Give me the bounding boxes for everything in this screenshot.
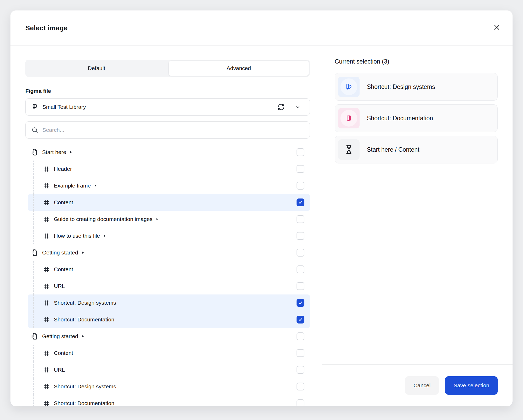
row-checkbox[interactable] — [297, 383, 304, 390]
figma-logo-icon — [31, 104, 38, 110]
tree-row-label: How to use this file — [54, 233, 100, 239]
frame-icon — [43, 216, 50, 223]
tree-row-label: Example frame — [54, 183, 91, 189]
close-button[interactable] — [492, 22, 502, 33]
row-checkbox[interactable] — [297, 232, 304, 240]
caret-right-icon[interactable] — [69, 151, 72, 154]
caret-right-icon[interactable] — [81, 251, 84, 254]
caret-right-icon[interactable] — [81, 335, 84, 338]
tree-row-label: Shortcut: Documentation — [54, 316, 114, 323]
row-checkbox[interactable] — [297, 299, 304, 307]
frame-icon — [43, 283, 50, 290]
frame-icon — [43, 183, 50, 189]
figma-page-icon — [30, 148, 38, 156]
frame-icon — [43, 383, 50, 390]
selection-card-label: Shortcut: Design systems — [367, 83, 435, 90]
frame-icon — [43, 316, 50, 323]
row-checkbox[interactable] — [297, 366, 304, 374]
chevron-down-icon — [295, 104, 301, 110]
figma-file-value: Small Test Library — [42, 104, 277, 110]
frame-icon — [43, 400, 50, 406]
tree-row-label: Shortcut: Design systems — [54, 300, 116, 306]
picker-pane: Default Advanced Figma file S — [10, 46, 322, 406]
selection-cards: Shortcut: Design systemsShortcut: Docume… — [335, 73, 498, 163]
mode-tabs: Default Advanced — [25, 60, 310, 77]
selection-card-label: Shortcut: Documentation — [367, 115, 433, 122]
tree-row-label: Content — [54, 199, 73, 206]
selection-thumbnail — [338, 139, 360, 160]
hourglass-icon — [343, 144, 354, 155]
figma-file-select[interactable]: Small Test Library — [25, 98, 310, 116]
row-checkbox[interactable] — [297, 148, 304, 156]
row-checkbox[interactable] — [297, 182, 304, 190]
close-icon — [493, 24, 501, 32]
search-input[interactable] — [42, 127, 304, 133]
selection-pane: Current selection (3) Shortcut: Design s… — [322, 46, 513, 406]
row-checkbox[interactable] — [297, 215, 304, 223]
notebook-icon — [345, 115, 353, 122]
selection-content: Current selection (3) Shortcut: Design s… — [322, 46, 513, 364]
selection-thumbnail — [338, 108, 360, 128]
tree-row[interactable]: URL — [28, 361, 310, 378]
tree-row[interactable]: Content — [28, 194, 310, 211]
tree-row[interactable]: How to use this file — [28, 228, 310, 244]
tree-row[interactable]: Getting started — [28, 244, 310, 261]
save-selection-button[interactable]: Save selection — [445, 376, 498, 395]
row-checkbox[interactable] — [297, 282, 304, 290]
tree-row-label: URL — [54, 367, 65, 373]
selection-card[interactable]: Shortcut: Documentation — [335, 104, 498, 132]
tree-row[interactable]: Example frame — [28, 177, 310, 194]
tree-row-label: Guide to creating documentation images — [54, 216, 152, 222]
tree-row[interactable]: Start here — [28, 144, 310, 161]
selection-card[interactable]: Shortcut: Design systems — [335, 73, 498, 101]
frame-icon — [43, 350, 50, 356]
row-checkbox[interactable] — [297, 332, 304, 340]
tree-row[interactable]: Shortcut: Documentation — [28, 311, 310, 328]
search-box — [25, 121, 310, 139]
frame-icon — [43, 266, 50, 273]
layer-tree: Start hereHeaderExample frameContentGuid… — [25, 144, 310, 406]
selection-card-label: Start here / Content — [367, 146, 419, 153]
figma-file-label: Figma file — [25, 88, 310, 94]
frame-icon — [43, 166, 50, 172]
frame-icon — [43, 367, 50, 373]
cancel-button[interactable]: Cancel — [405, 376, 439, 395]
row-checkbox[interactable] — [297, 316, 304, 323]
tree-row-label: Content — [54, 266, 73, 273]
tree-row[interactable]: Content — [28, 261, 310, 278]
caret-right-icon[interactable] — [103, 234, 106, 237]
tree-row[interactable]: Getting started — [28, 328, 310, 345]
tree-row-label: Content — [54, 350, 73, 356]
modal-footer: Cancel Save selection — [322, 364, 513, 406]
tree-row-label: Getting started — [42, 249, 78, 256]
row-checkbox[interactable] — [297, 165, 304, 173]
tree-row[interactable]: Shortcut: Design systems — [28, 294, 310, 311]
row-checkbox[interactable] — [297, 349, 304, 357]
tree-row-label: Getting started — [42, 333, 78, 339]
tab-default[interactable]: Default — [26, 61, 167, 76]
caret-right-icon[interactable] — [94, 184, 97, 187]
selection-card[interactable]: Start here / Content — [335, 136, 498, 163]
modal-body: Default Advanced Figma file S — [10, 46, 513, 406]
refresh-icon[interactable] — [277, 103, 285, 111]
row-checkbox[interactable] — [297, 249, 304, 257]
tree-row-label: Start here — [42, 149, 66, 155]
current-selection-heading: Current selection (3) — [335, 58, 498, 65]
figma-page-icon — [30, 332, 38, 340]
tree-row[interactable]: Header — [28, 161, 310, 177]
tree-row[interactable]: Guide to creating documentation images — [28, 211, 310, 228]
frame-icon — [43, 300, 50, 306]
tree-row-label: Shortcut: Documentation — [54, 400, 114, 406]
page: Select image Default Advanced Figma file — [0, 0, 523, 420]
row-checkbox[interactable] — [297, 198, 304, 206]
select-image-modal: Select image Default Advanced Figma file — [10, 10, 513, 406]
tree-row[interactable]: URL — [28, 278, 310, 294]
tab-advanced[interactable]: Advanced — [169, 61, 309, 76]
caret-right-icon[interactable] — [156, 218, 159, 221]
row-checkbox[interactable] — [297, 265, 304, 273]
tree-row[interactable]: Content — [28, 345, 310, 361]
tree-row[interactable]: Shortcut: Documentation — [28, 395, 310, 406]
row-checkbox[interactable] — [297, 399, 304, 406]
tree-row-label: Shortcut: Design systems — [54, 383, 116, 390]
tree-row[interactable]: Shortcut: Design systems — [28, 378, 310, 395]
